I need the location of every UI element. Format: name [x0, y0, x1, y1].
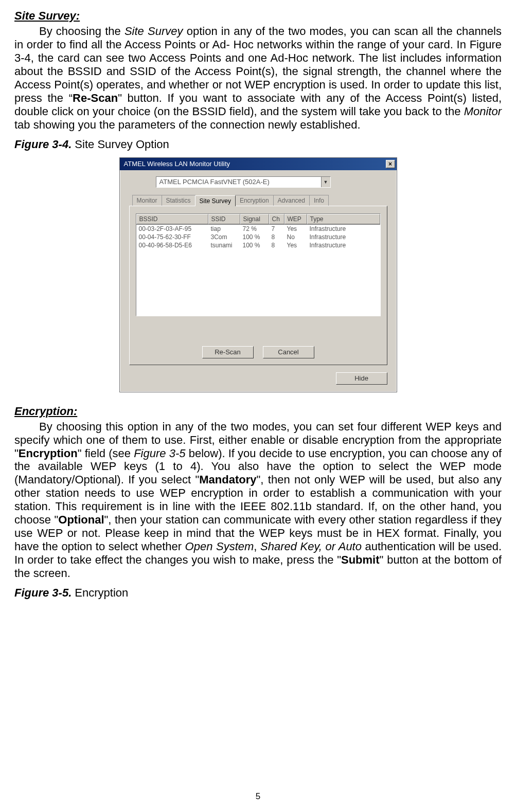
tab-encryption[interactable]: Encryption	[235, 195, 274, 206]
col-ch[interactable]: Ch	[269, 214, 284, 224]
mandatory-term: Mandatory	[199, 473, 256, 486]
figure-text: Site Survey Option	[72, 138, 169, 151]
cell-bssid: 00-04-75-62-30-FF	[136, 233, 208, 241]
network-listview[interactable]: BSSID SSID Signal Ch WEP Type 00-03-2F-0…	[136, 213, 381, 316]
text: ,	[254, 540, 260, 553]
site-survey-panel: BSSID SSID Signal Ch WEP Type 00-03-2F-0…	[129, 206, 387, 365]
encryption-term: Encryption	[19, 447, 78, 460]
tab-monitor[interactable]: Monitor	[132, 195, 162, 206]
figure-3-4-wrap: ATMEL Wireless LAN Monitor Utility × ATM…	[14, 157, 502, 392]
cell-ssid: 3Com	[208, 233, 240, 241]
figure-label: Figure 3-4.	[14, 138, 72, 151]
cell-signal: 100 %	[240, 242, 269, 249]
optional-term: Optional	[58, 513, 104, 526]
cell-type: Infrastructure	[307, 233, 380, 241]
window-title: ATMEL Wireless LAN Monitor Utility	[124, 160, 386, 168]
monitor-term: Monitor	[464, 105, 502, 118]
figure-text: Encryption	[72, 586, 128, 599]
cell-type: Infrastructure	[307, 242, 380, 249]
cell-ssid: tiap	[208, 225, 240, 232]
col-signal[interactable]: Signal	[240, 214, 269, 224]
tab-statistics[interactable]: Statistics	[162, 195, 195, 206]
monitor-utility-window: ATMEL Wireless LAN Monitor Utility × ATM…	[119, 157, 397, 392]
list-header: BSSID SSID Signal Ch WEP Type	[136, 214, 380, 225]
cell-bssid: 00-40-96-58-D5-E6	[136, 242, 208, 249]
chevron-down-icon: ▼	[321, 177, 330, 187]
rescan-button[interactable]: Re-Scan	[202, 346, 254, 358]
text: " field (see	[78, 447, 134, 460]
text: tab showing you the parameters of the co…	[14, 118, 361, 131]
page-number: 5	[0, 791, 516, 802]
cell-ch: 8	[269, 233, 284, 241]
tab-advanced[interactable]: Advanced	[273, 195, 310, 206]
tab-info[interactable]: Info	[309, 195, 329, 206]
panel-button-row: Re-Scan Cancel	[136, 341, 381, 358]
site-survey-heading: Site Survey:	[14, 9, 502, 23]
rescan-term: Re-Scan	[73, 92, 118, 104]
open-system-term: Open System	[185, 540, 254, 553]
shared-key-term: Shared Key, or Auto	[260, 540, 362, 553]
submit-term: Submit	[341, 553, 380, 566]
cell-wep: Yes	[284, 242, 307, 249]
cell-ch: 8	[269, 242, 284, 249]
close-icon: ×	[388, 161, 392, 167]
text: By choosing the	[39, 25, 124, 38]
table-row[interactable]: 00-04-75-62-30-FF 3Com 100 % 8 No Infras…	[136, 233, 380, 241]
figure-ref: Figure 3-5	[134, 447, 185, 460]
hide-button[interactable]: Hide	[336, 372, 387, 385]
col-bssid[interactable]: BSSID	[136, 214, 208, 224]
cell-ch: 7	[269, 225, 284, 232]
cell-wep: Yes	[284, 225, 307, 232]
cell-signal: 72 %	[240, 225, 269, 232]
col-type[interactable]: Type	[307, 214, 380, 224]
table-row[interactable]: 00-03-2F-03-AF-95 tiap 72 % 7 Yes Infras…	[136, 225, 380, 233]
close-button[interactable]: ×	[386, 160, 395, 168]
tab-strip: Monitor Statistics Site Survey Encryptio…	[120, 191, 397, 206]
hide-row: Hide	[120, 369, 397, 392]
figure-label: Figure 3-5.	[14, 586, 72, 599]
cell-signal: 100 %	[240, 233, 269, 241]
cell-type: Infrastructure	[307, 225, 380, 232]
cell-bssid: 00-03-2F-03-AF-95	[136, 225, 208, 232]
titlebar: ATMEL Wireless LAN Monitor Utility ×	[120, 158, 397, 170]
site-survey-paragraph: By choosing the Site Survey option in an…	[14, 25, 502, 132]
col-wep[interactable]: WEP	[284, 214, 307, 224]
adapter-row: ATMEL PCMCIA FastVNET (502A-E) ▼	[120, 170, 397, 191]
figure-3-5-caption: Figure 3-5. Encryption	[14, 586, 502, 600]
figure-3-4-caption: Figure 3-4. Site Survey Option	[14, 138, 502, 151]
tab-site-survey[interactable]: Site Survey	[195, 195, 236, 206]
cell-wep: No	[284, 233, 307, 241]
cell-ssid: tsunami	[208, 242, 240, 249]
cancel-button[interactable]: Cancel	[263, 346, 314, 358]
adapter-value: ATMEL PCMCIA FastVNET (502A-E)	[159, 178, 270, 186]
col-ssid[interactable]: SSID	[208, 214, 240, 224]
site-survey-term: Site Survey	[124, 25, 183, 38]
adapter-combobox[interactable]: ATMEL PCMCIA FastVNET (502A-E) ▼	[156, 176, 331, 188]
encryption-paragraph: By choosing this option in any of the tw…	[14, 420, 502, 580]
encryption-heading: Encryption:	[14, 405, 502, 418]
table-row[interactable]: 00-40-96-58-D5-E6 tsunami 100 % 8 Yes In…	[136, 241, 380, 249]
